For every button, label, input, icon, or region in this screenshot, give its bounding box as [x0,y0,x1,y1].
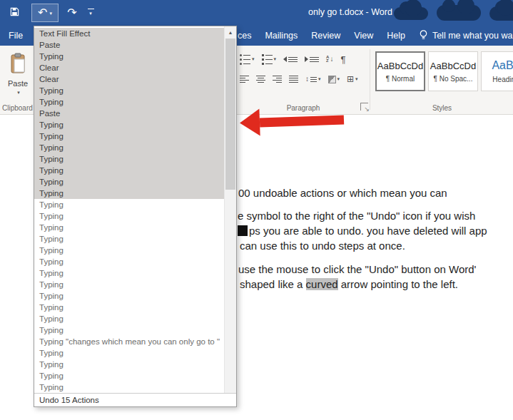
paste-dropdown-arrow-icon[interactable]: ▾ [17,90,20,96]
undo-menu-item[interactable]: Typing [34,222,224,233]
align-center-icon [256,76,265,83]
undo-item-label: Typing [39,212,64,220]
bullet-list-icon [240,54,250,65]
style-card[interactable]: AaBbCcDd ¶ Normal [375,51,425,91]
customize-quick-access-toolbar-button[interactable]: ▾ [86,6,96,18]
undo-menu-item[interactable]: Clear [34,73,224,85]
undo-menu-item[interactable]: Typing [34,233,224,245]
undo-item-label: Text Fill Effect [39,29,90,38]
undo-menu-item[interactable]: Typing [34,119,224,130]
selected-text-block [238,225,248,236]
borders-icon: ⊞ [347,75,354,83]
chevron-down-icon: ▾ [337,76,340,82]
styles-gallery: AaBbCcDd ¶ Normal AaBbCcDd ¶ No Spac... … [375,51,513,91]
numbered-list-button[interactable]: ▾ [260,52,278,66]
tab-file[interactable]: File [9,26,23,46]
undo-menu-item[interactable]: Typing [34,176,224,188]
undo-item-label: Typing [39,98,64,106]
show-hide-formatting-button[interactable]: ¶ [339,52,347,66]
shading-button[interactable]: ▾ [327,72,342,86]
paste-button[interactable]: Paste ▾ [4,49,31,105]
undo-menu-item[interactable]: Typing [34,324,224,336]
undo-menu-item[interactable]: Typing [34,245,224,256]
undo-item-label: Paste [39,41,60,49]
undo-menu-item[interactable]: Typing [34,290,224,302]
indent-right-arrow-icon [305,56,308,62]
scrollbar-thumb[interactable] [225,39,235,190]
numbered-list-icon [262,54,273,65]
paragraph-dialog-launcher[interactable]: ↘ [360,103,368,111]
redo-button[interactable]: ↷ [63,4,81,22]
redaction-cloud [437,5,481,21]
undo-menu-item[interactable]: Typing [34,130,224,142]
decrease-indent-button[interactable] [282,52,299,66]
styles-group-label: Styles [371,104,513,112]
tell-me-box[interactable]: Tell me what you wa [419,26,513,46]
undo-menu-item[interactable]: Typing [34,313,224,324]
undo-menu-item[interactable]: Typing [34,142,224,153]
highlighted-word: curved [306,278,338,290]
undo-menu-item[interactable]: Typing [34,302,224,313]
undo-menu-item[interactable]: Typing [34,256,224,267]
document-text-line: shaped like a curved arrow pointing to t… [240,278,458,290]
undo-menu-item[interactable]: Typing [34,165,224,176]
undo-menu-item[interactable]: Typing [34,279,224,290]
undo-item-label: Typing [39,314,64,323]
align-left-icon [240,76,249,83]
tab-references-partial[interactable]: ces [238,26,251,46]
redaction-cloud [489,6,513,21]
undo-menu-item[interactable]: Text Fill Effect [34,28,224,39]
undo-menu-item[interactable]: Typing [34,199,224,210]
undo-menu-item[interactable]: Clear [34,62,224,73]
undo-menu-item[interactable]: Typing [34,188,224,199]
undo-menu-item[interactable]: Typing [34,85,224,96]
tab-mailings[interactable]: Mailings [265,26,298,46]
tab-review[interactable]: Review [311,26,340,46]
undo-menu-item[interactable]: Paste [34,39,224,51]
undo-item-label: Paste [39,109,60,118]
save-button[interactable] [6,4,23,21]
undo-menu-scrollbar[interactable]: ▲ ▼ [224,26,236,406]
undo-menu-item[interactable]: Typing [34,359,224,370]
undo-menu-item[interactable]: Typing [34,381,224,393]
group-divider [370,49,370,110]
indent-left-arrow-icon [283,56,287,62]
document-text-line: use the mouse to click the "Undo" button… [238,263,476,275]
align-left-button[interactable] [238,72,250,86]
undo-menu-item[interactable]: Typing [34,267,224,279]
justify-button[interactable] [288,72,300,86]
arrow-head [239,109,260,137]
style-card[interactable]: AaBb Heading [481,51,513,91]
undo-menu-item[interactable]: Typing [34,96,224,108]
style-sample: AaBbCcDd [430,61,476,71]
borders-button[interactable]: ⊞ ▾ [345,72,360,86]
undo-dropdown-arrow-icon[interactable]: ▾ [49,11,52,16]
chevron-down-icon: ▾ [318,76,321,82]
undo-menu-item[interactable]: Typing [34,153,224,165]
line-spacing-button[interactable]: ↕ ▾ [304,72,322,86]
style-name: ¶ Normal [386,75,415,83]
undo-item-label: Typing [39,223,64,232]
undo-button[interactable]: ↶ ▾ [31,4,59,22]
bullet-list-button[interactable]: ▾ [238,52,256,66]
undo-menu-item[interactable]: Typing [34,51,224,62]
sort-button[interactable]: AZ ↓ [325,52,335,66]
align-center-button[interactable] [255,72,267,86]
paragraph-group-row2: ↕ ▾ ▾ ⊞ ▾ [238,71,360,87]
tab-view[interactable]: View [354,26,373,46]
paste-label: Paste [8,79,28,88]
undo-menu-item[interactable]: Typing [34,210,224,222]
undo-menu-item[interactable]: Typing "changes which mean you can only … [34,336,224,347]
undo-menu-item[interactable]: Typing [34,370,224,381]
undo-item-label: Typing [39,326,64,334]
style-card[interactable]: AaBbCcDd ¶ No Spac... [428,51,478,91]
tell-me-label: Tell me what you wa [432,31,513,41]
undo-menu-item[interactable]: Typing [34,347,224,359]
scroll-up-button[interactable]: ▲ [225,26,236,38]
tab-help[interactable]: Help [387,26,405,46]
pilcrow-icon: ¶ [340,55,345,64]
increase-indent-button[interactable] [303,52,320,66]
undo-item-label: Typing [39,303,64,312]
align-right-button[interactable] [271,72,283,86]
undo-menu-item[interactable]: Paste [34,108,224,119]
